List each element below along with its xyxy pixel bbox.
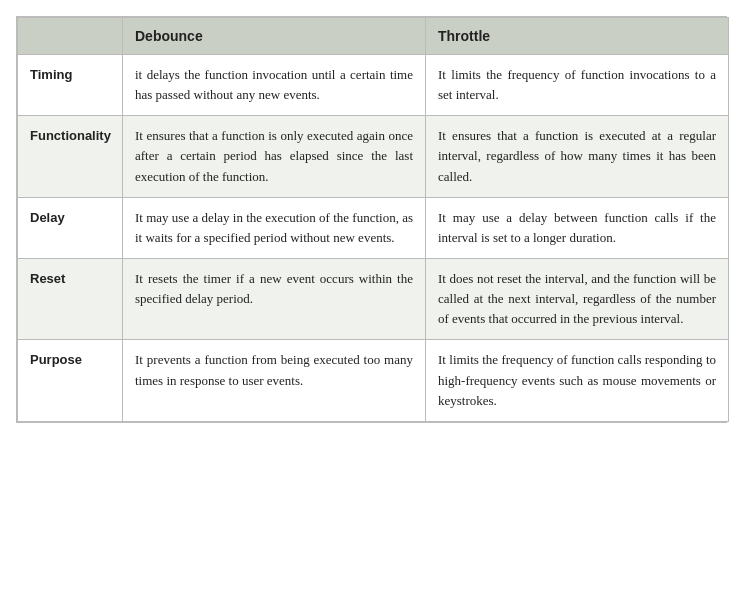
header-throttle: Throttle (426, 18, 729, 55)
row-label: Functionality (18, 116, 123, 197)
comparison-table: Debounce Throttle Timingit delays the fu… (16, 16, 727, 423)
row-debounce: It ensures that a function is only execu… (123, 116, 426, 197)
row-throttle: It limits the frequency of function invo… (426, 55, 729, 116)
row-debounce: It prevents a function from being execut… (123, 340, 426, 421)
row-throttle: It ensures that a function is executed a… (426, 116, 729, 197)
row-label: Purpose (18, 340, 123, 421)
table-row: Timingit delays the function invocation … (18, 55, 729, 116)
row-debounce: It may use a delay in the execution of t… (123, 197, 426, 258)
row-debounce: It resets the timer if a new event occur… (123, 258, 426, 339)
row-label: Reset (18, 258, 123, 339)
row-throttle: It does not reset the interval, and the … (426, 258, 729, 339)
table-row: FunctionalityIt ensures that a function … (18, 116, 729, 197)
row-throttle: It may use a delay between function call… (426, 197, 729, 258)
row-label: Timing (18, 55, 123, 116)
table-row: DelayIt may use a delay in the execution… (18, 197, 729, 258)
header-label (18, 18, 123, 55)
row-throttle: It limits the frequency of function call… (426, 340, 729, 421)
table-row: ResetIt resets the timer if a new event … (18, 258, 729, 339)
row-label: Delay (18, 197, 123, 258)
row-debounce: it delays the function invocation until … (123, 55, 426, 116)
table-row: PurposeIt prevents a function from being… (18, 340, 729, 421)
header-debounce: Debounce (123, 18, 426, 55)
